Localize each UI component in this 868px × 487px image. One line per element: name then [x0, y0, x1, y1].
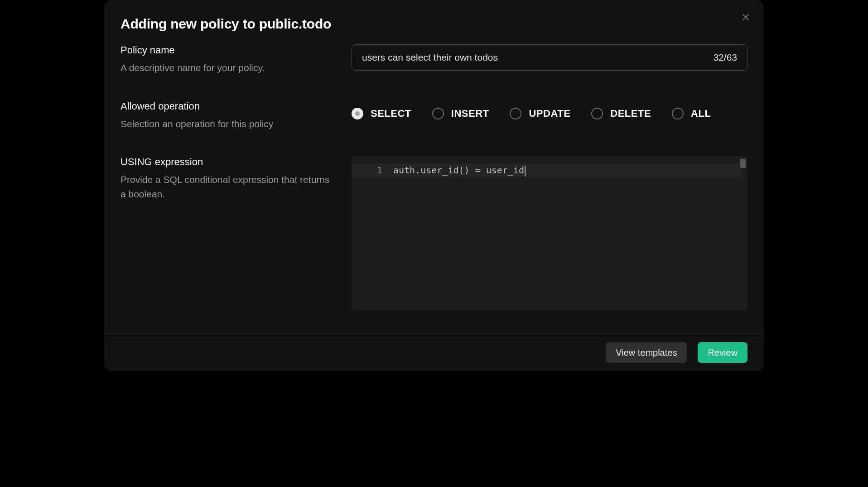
view-templates-button[interactable]: View templates — [606, 342, 687, 363]
operation-radio-update-label: UPDATE — [529, 108, 570, 119]
operation-radio-select-label: SELECT — [371, 108, 411, 119]
code-content: auth.user_id() = user_id — [393, 156, 747, 310]
using-expression-control-col: 1 auth.user_id() = user_id — [352, 156, 747, 310]
allowed-operation-row: Allowed operation Selection an operation… — [121, 100, 747, 131]
operation-radio-all-label: ALL — [691, 108, 711, 119]
modal-body: Policy name A descriptive name for your … — [104, 32, 764, 334]
operation-radio-select[interactable]: SELECT — [352, 108, 411, 119]
using-expression-row: USING expression Provide a SQL condition… — [121, 156, 747, 310]
modal-footer: View templates Review — [104, 334, 764, 371]
policy-name-char-counter: 32/63 — [713, 52, 737, 63]
using-expression-label-col: USING expression Provide a SQL condition… — [121, 156, 333, 310]
operation-radio-delete[interactable]: DELETE — [591, 108, 651, 119]
allowed-operation-control-col: SELECT INSERT UPDATE DELETE — [352, 100, 747, 131]
close-button[interactable] — [738, 10, 753, 24]
radio-icon — [352, 108, 363, 119]
operation-radio-update[interactable]: UPDATE — [510, 108, 570, 119]
operation-radio-all[interactable]: ALL — [672, 108, 711, 119]
policy-name-row: Policy name A descriptive name for your … — [121, 44, 747, 75]
code-line-number: 1 — [352, 163, 382, 177]
code-line-text: auth.user_id() = user_id — [393, 163, 747, 177]
modal-header: Adding new policy to public.todo — [104, 0, 764, 32]
radio-icon — [432, 108, 444, 119]
policy-name-description: A descriptive name for your policy. — [121, 61, 333, 75]
allowed-operation-label-col: Allowed operation Selection an operation… — [121, 100, 333, 131]
policy-name-label: Policy name — [121, 44, 333, 56]
policy-modal: Adding new policy to public.todo Policy … — [104, 0, 764, 371]
using-expression-label: USING expression — [121, 156, 333, 168]
scrollbar-handle[interactable] — [740, 159, 746, 168]
code-text: auth.user_id() = user_id — [393, 165, 524, 176]
operation-radio-group: SELECT INSERT UPDATE DELETE — [352, 100, 747, 127]
radio-icon — [591, 108, 603, 119]
using-expression-editor[interactable]: 1 auth.user_id() = user_id — [352, 156, 747, 310]
close-icon — [741, 13, 750, 22]
radio-icon — [672, 108, 684, 119]
modal-title: Adding new policy to public.todo — [121, 16, 747, 32]
code-cursor — [525, 166, 526, 177]
allowed-operation-description: Selection an operation for this policy — [121, 117, 333, 131]
policy-name-control-col: 32/63 — [352, 44, 747, 75]
allowed-operation-label: Allowed operation — [121, 100, 333, 112]
policy-name-label-col: Policy name A descriptive name for your … — [121, 44, 333, 75]
operation-radio-delete-label: DELETE — [610, 108, 651, 119]
policy-name-input[interactable] — [362, 52, 706, 63]
operation-radio-insert[interactable]: INSERT — [432, 108, 489, 119]
radio-icon — [510, 108, 521, 119]
using-expression-description: Provide a SQL conditional expression tha… — [121, 172, 333, 201]
policy-name-input-wrap: 32/63 — [352, 44, 747, 71]
code-gutter: 1 — [352, 156, 393, 310]
operation-radio-insert-label: INSERT — [451, 108, 489, 119]
review-button[interactable]: Review — [698, 342, 747, 363]
